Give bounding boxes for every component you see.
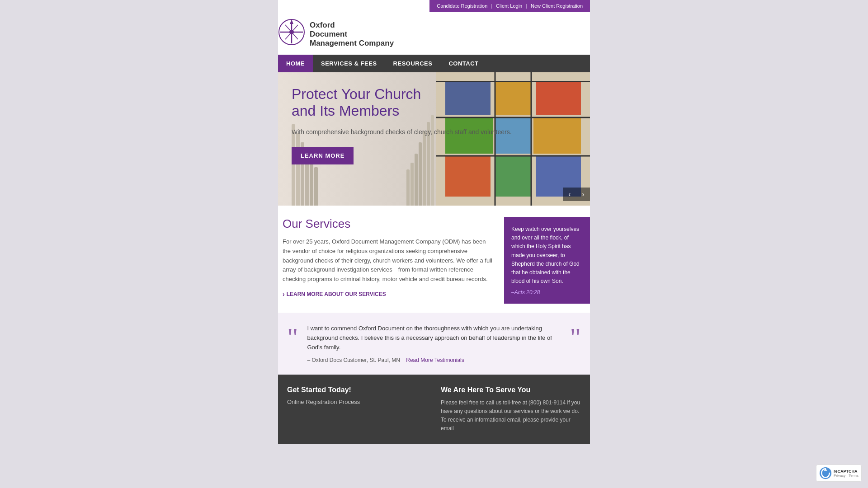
- top-links-container: Candidate Registration | Client Login | …: [429, 0, 590, 12]
- footer-left: Get Started Today! Online Registration P…: [287, 386, 427, 433]
- testimonial-content: I want to commend Oxford Document on the…: [303, 324, 570, 363]
- hero-section: Protect Your Church and Its Members With…: [278, 72, 590, 206]
- testimonial-author: – Oxford Docs Customer, St. Paul, MN Rea…: [303, 357, 570, 363]
- quote-open-icon: ": [287, 331, 298, 344]
- top-bar: Candidate Registration | Client Login | …: [278, 0, 590, 12]
- nav-home[interactable]: HOME: [278, 55, 313, 72]
- nav-contact[interactable]: CONTACT: [440, 55, 486, 72]
- logo[interactable]: Oxford Document Management Company: [278, 19, 394, 50]
- services-title: Our Services: [283, 217, 495, 231]
- services-body: For over 25 years, Oxford Document Manag…: [283, 237, 495, 284]
- recaptcha-label: reCAPTCHA: [834, 469, 859, 474]
- new-client-registration-link[interactable]: New Client Registration: [527, 2, 586, 10]
- hero-cta-button[interactable]: LEARN MORE: [292, 147, 354, 164]
- main-nav: HOME SERVICES & FEES RESOURCES CONTACT: [278, 55, 590, 72]
- recaptcha-icon: [819, 467, 832, 479]
- hero-navigation: ‹ ›: [563, 188, 590, 201]
- recaptcha-subtext: Privacy - Terms: [834, 474, 859, 478]
- logo-line3: Management Company: [310, 39, 394, 48]
- arrow-right-icon: ›: [283, 291, 285, 298]
- site-header: Oxford Document Management Company: [278, 12, 590, 55]
- candidate-registration-link[interactable]: Candidate Registration: [433, 2, 491, 10]
- recaptcha-badge: reCAPTCHA Privacy - Terms: [816, 465, 862, 482]
- hero-content: Protect Your Church and Its Members With…: [292, 86, 512, 164]
- logo-text: Oxford Document Management Company: [310, 21, 394, 48]
- read-more-testimonials-link[interactable]: Read More Testimonials: [406, 357, 464, 363]
- nav-resources[interactable]: RESOURCES: [385, 55, 441, 72]
- logo-line2: Document: [310, 30, 394, 39]
- footer-right-title: We Are Here To Serve You: [441, 386, 581, 394]
- svg-rect-8: [536, 81, 581, 115]
- services-section: Our Services For over 25 years, Oxford D…: [278, 206, 590, 313]
- hero-next-button[interactable]: ›: [576, 188, 590, 201]
- services-left: Our Services For over 25 years, Oxford D…: [278, 217, 504, 304]
- services-learn-more-link[interactable]: › LEARN MORE ABOUT OUR SERVICES: [283, 291, 495, 298]
- svg-rect-11: [533, 117, 581, 154]
- testimonial-inner: " I want to commend Oxford Document on t…: [287, 324, 581, 363]
- svg-marker-2: [290, 19, 293, 24]
- svg-point-1: [289, 30, 294, 34]
- bible-quote-ref: –Acts 20:28: [511, 289, 583, 296]
- testimonial-section: " I want to commend Oxford Document on t…: [278, 313, 590, 374]
- nav-services-fees[interactable]: SERVICES & FEES: [313, 55, 385, 72]
- client-login-link[interactable]: Client Login: [492, 2, 526, 10]
- footer-section: Get Started Today! Online Registration P…: [278, 375, 590, 445]
- footer-right: We Are Here To Serve You Please feel fre…: [441, 386, 581, 433]
- hero-prev-button[interactable]: ‹: [563, 188, 576, 201]
- logo-line1: Oxford: [310, 21, 394, 30]
- hero-subtitle: With comprehensive background checks of …: [292, 127, 512, 137]
- footer-right-text: Please feel free to call us toll-free at…: [441, 399, 581, 433]
- footer-left-title: Get Started Today!: [287, 386, 427, 394]
- logo-icon: [278, 19, 305, 50]
- testimonial-text: I want to commend Oxford Document on the…: [303, 324, 570, 352]
- hero-title: Protect Your Church and Its Members: [292, 86, 512, 119]
- bible-quote-box: Keep watch over yourselves and over all …: [504, 217, 590, 304]
- bible-quote-text: Keep watch over yourselves and over all …: [511, 225, 583, 286]
- footer-online-registration[interactable]: Online Registration Process: [287, 399, 427, 405]
